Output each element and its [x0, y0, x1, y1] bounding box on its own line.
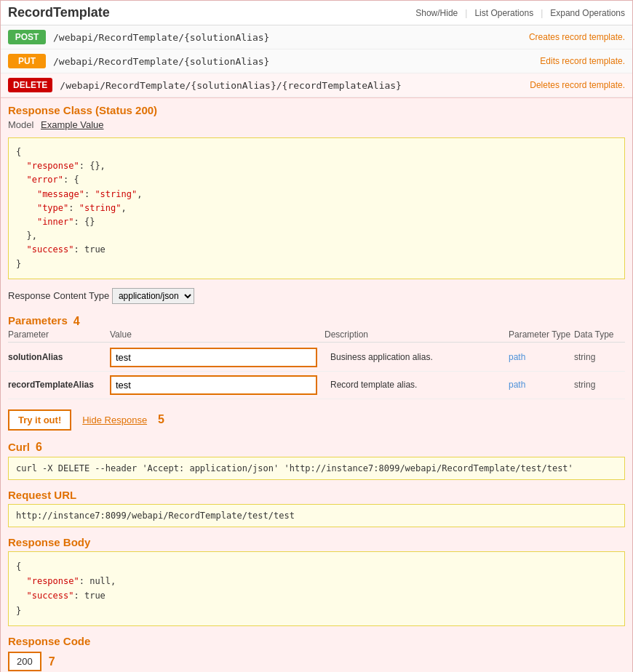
request-url-title: Request URL [8, 489, 625, 501]
param-desc-solution-alias: Business application alias. [325, 352, 509, 362]
show-hide-link[interactable]: Show/Hide [415, 8, 458, 18]
param-dtype-record-template-alias: string [574, 380, 625, 390]
endpoint-post-desc: Creates record template. [529, 32, 625, 42]
col-header-data-type: Data Type [574, 329, 625, 340]
response-body-title: Response Body [8, 536, 625, 548]
response-code-value: 200 [8, 652, 41, 671]
solution-alias-input[interactable] [110, 348, 317, 367]
model-tabs: Model Example Value [1, 118, 632, 135]
params-header: Parameter Value Description Parameter Ty… [8, 329, 625, 343]
param-dtype-solution-alias: string [574, 352, 625, 362]
record-template-alias-input[interactable] [110, 375, 317, 395]
step-4: 4 [73, 315, 80, 328]
response-content-type-row: Response Content Type application/json t… [1, 282, 632, 310]
endpoint-put-desc: Edits record template. [540, 56, 625, 66]
curl-command: curl -X DELETE --header 'Accept: applica… [8, 457, 625, 480]
response-body-section: Response Body { "response": null, "succe… [1, 532, 632, 631]
step-6: 6 [36, 441, 42, 454]
param-value-col-2 [110, 375, 325, 395]
try-it-row: Try it out! Hide Response 5 [1, 404, 632, 436]
parameters-section: Parameters 4 Parameter Value Description… [1, 310, 632, 404]
col-header-parameter-type: Parameter Type [509, 329, 574, 340]
col-header-value: Value [110, 329, 325, 340]
response-class-code: { "response": {}, "error": { "message": … [8, 137, 625, 279]
response-class-title: Response Class (Status 200) [1, 98, 632, 118]
request-url-section: Request URL http://instance7:8099/webapi… [1, 484, 632, 532]
response-code-section: Response Code 200 7 [1, 631, 632, 672]
try-it-button[interactable]: Try it out! [8, 409, 71, 431]
param-type-record-template-alias: path [509, 380, 574, 390]
table-row: recordTemplateAlias Record template alia… [8, 372, 625, 399]
param-type-solution-alias: path [509, 352, 574, 362]
example-value-tab[interactable]: Example Value [41, 119, 103, 130]
response-content-type-label: Response Content Type [8, 290, 109, 301]
endpoint-post-path: /webapi/RecordTemplate/{solutionAlias} [53, 32, 529, 43]
hide-response-link[interactable]: Hide Response [82, 415, 147, 425]
param-name-record-template-alias: recordTemplateAlias [8, 380, 110, 390]
curl-title: Curl 6 [8, 441, 625, 454]
top-links: Show/Hide | List Operations | Expand Ope… [415, 8, 625, 18]
curl-section: Curl 6 curl -X DELETE --header 'Accept: … [1, 436, 632, 484]
endpoint-put[interactable]: PUT /webapi/RecordTemplate/{solutionAlia… [1, 49, 632, 73]
param-name-solution-alias: solutionAlias [8, 352, 110, 362]
param-value-col-1 [110, 348, 325, 367]
step-5: 5 [158, 413, 164, 426]
endpoint-delete-path: /webapi/RecordTemplate/{solutionAlias}/{… [60, 80, 530, 91]
expand-operations-link[interactable]: Expand Operations [550, 8, 625, 18]
table-row: solutionAlias Business application alias… [8, 344, 625, 372]
list-operations-link[interactable]: List Operations [474, 8, 533, 18]
response-content-type-select[interactable]: application/json text/xml [112, 288, 194, 304]
col-header-description: Description [325, 329, 509, 340]
endpoint-delete-desc: Deletes record template. [530, 80, 625, 90]
parameters-title: Parameters [8, 314, 68, 327]
endpoint-delete[interactable]: DELETE /webapi/RecordTemplate/{solutionA… [1, 73, 632, 97]
col-header-parameter: Parameter [8, 329, 110, 340]
endpoint-put-path: /webapi/RecordTemplate/{solutionAlias} [53, 56, 540, 67]
param-desc-record-template-alias: Record template alias. [325, 380, 509, 390]
request-url-value: http://instance7:8099/webapi/RecordTempl… [8, 504, 625, 527]
response-code-title: Response Code [8, 635, 625, 647]
method-post-badge: POST [8, 30, 46, 44]
method-put-badge: PUT [8, 54, 46, 68]
method-delete-badge: DELETE [8, 78, 52, 92]
model-label: Model [8, 119, 33, 130]
endpoint-post[interactable]: POST /webapi/RecordTemplate/{solutionAli… [1, 25, 632, 49]
page-title: RecordTemplate [8, 5, 110, 20]
step-7: 7 [49, 655, 55, 668]
response-body-code: { "response": null, "success": true } [8, 551, 625, 627]
